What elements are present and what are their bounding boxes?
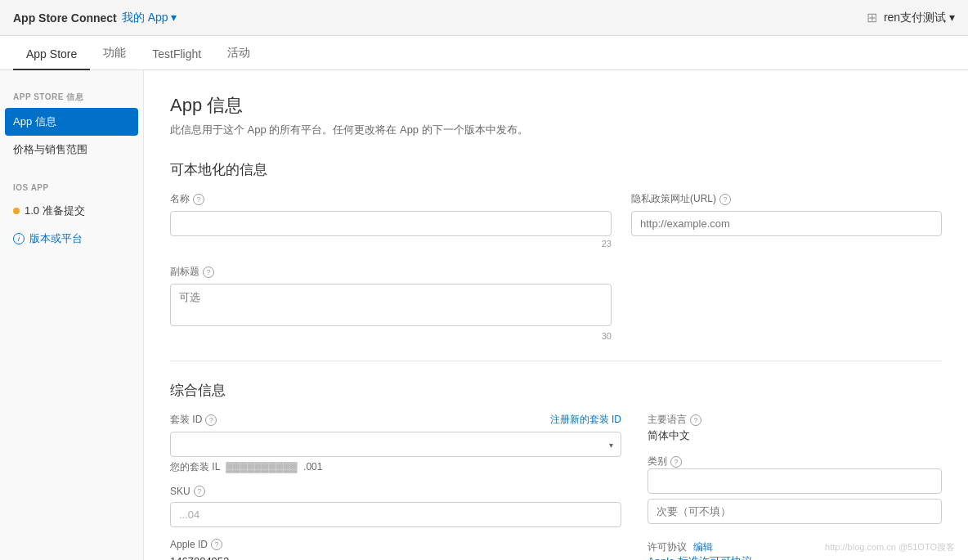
category-secondary-input[interactable]	[648, 499, 942, 524]
bundle-id-label: 套装 ID ?	[170, 413, 217, 427]
sku-input[interactable]	[170, 502, 621, 527]
register-bundle-link[interactable]: 注册新的套装 ID	[550, 413, 621, 427]
sidebar-section-1-label: APP STORE 信息	[0, 83, 143, 108]
apple-license-link[interactable]: Apple 标准许可可协议	[648, 555, 752, 560]
section-divider-1	[170, 361, 942, 361]
apple-id-value: 1467884952	[170, 555, 621, 560]
privacy-group: 隐私政策网址(URL) ?	[631, 192, 942, 249]
page-title: App 信息	[170, 93, 942, 118]
general-left-col: 套装 ID ? 注册新的套装 ID ▾ 您的套装 IL ▓▓▓▓▓▓▓▓	[170, 413, 621, 560]
primary-lang-help-icon[interactable]: ?	[690, 414, 701, 426]
sidebar-item-app-info[interactable]: App 信息	[5, 108, 138, 136]
name-input[interactable]: ren支付测试	[170, 211, 612, 236]
sidebar-version-platform[interactable]: i 版本或平台	[0, 225, 143, 253]
privacy-input[interactable]	[631, 211, 942, 236]
tab-activity[interactable]: 活动	[214, 46, 263, 70]
sidebar-item-prepare[interactable]: 1.0 准备提交	[0, 197, 143, 225]
top-nav: App Store Connect 我的 App ▾ ⊞ ren支付测试 ▾	[0, 0, 968, 36]
brand-name: App Store Connect	[13, 11, 117, 25]
my-app-link[interactable]: 我的 App ▾	[122, 11, 177, 25]
privacy-help-icon[interactable]: ?	[719, 194, 731, 205]
subtitle-group: 副标题 ? 30	[170, 265, 612, 341]
subtitle-row: 副标题 ? 30	[170, 265, 942, 341]
page-subtitle: 此信息用于这个 App 的所有平台。任何更改将在 App 的下一个版本中发布。	[170, 123, 942, 137]
bundle-placeholder: ▓▓▓▓▓▓▓▓▓▓	[226, 461, 297, 473]
name-input-wrapper: ren支付测试	[170, 211, 612, 236]
main-content: App 信息 此信息用于这个 App 的所有平台。任何更改将在 App 的下一个…	[144, 70, 968, 560]
tab-app-store[interactable]: App Store	[13, 47, 90, 70]
general-section-title: 综合信息	[170, 381, 942, 400]
name-privacy-row: 名称 ? ren支付测试 23 隐私政策网址(URL) ?	[170, 192, 942, 249]
subtitle-input[interactable]	[170, 284, 612, 326]
sku-label: SKU ?	[170, 486, 621, 497]
sidebar-item-pricing[interactable]: 价格与销售范围	[0, 136, 143, 164]
bundle-select-wrapper: ▾	[170, 432, 621, 457]
bundle-select[interactable]	[170, 432, 621, 457]
category-label: 类别 ?	[648, 455, 942, 468]
dot-yellow-icon	[13, 208, 20, 214]
top-nav-right: ⊞ ren支付测试 ▾	[867, 10, 955, 25]
subtitle-right-placeholder	[631, 265, 942, 341]
watermark: http://blog.com.cn @51OTO搜客	[825, 541, 955, 553]
subtitle-help-icon[interactable]: ?	[203, 267, 214, 278]
tab-testflight[interactable]: TestFlight	[139, 47, 214, 70]
grid-icon: ⊞	[867, 10, 877, 25]
bundle-id-label-row: 套装 ID ? 注册新的套装 ID	[170, 413, 621, 427]
localizable-section-title: 可本地化的信息	[170, 160, 942, 179]
name-group: 名称 ? ren支付测试 23	[170, 192, 612, 249]
app-name-display[interactable]: ren支付测试 ▾	[884, 11, 955, 25]
subtitle-char-count: 30	[170, 331, 612, 341]
sku-help-icon[interactable]: ?	[194, 486, 205, 497]
apple-id-group: Apple ID ? 1467884952	[170, 539, 621, 560]
bundle-detail-text: 您的套装 IL ▓▓▓▓▓▓▓▓▓▓ .001	[170, 460, 621, 474]
license-edit-link[interactable]: 编辑	[693, 540, 713, 554]
apple-id-label: Apple ID ?	[170, 539, 621, 550]
name-help-icon[interactable]: ?	[193, 194, 204, 205]
category-help-icon[interactable]: ?	[670, 456, 682, 468]
tab-nav: App Store 功能 TestFlight 活动	[0, 36, 968, 70]
name-label: 名称 ?	[170, 192, 612, 206]
sku-group: SKU ?	[170, 486, 621, 527]
name-char-count: 23	[170, 239, 612, 249]
general-right-col: 主要语言 ? 简体中文 类别 ? 主要 许可协议 编辑 Apple 标准许可可协…	[648, 413, 942, 560]
top-nav-left: App Store Connect 我的 App ▾	[13, 11, 177, 25]
category-primary-input[interactable]: 主要	[648, 468, 942, 494]
apple-id-help-icon[interactable]: ?	[211, 539, 222, 550]
bundle-help-icon[interactable]: ?	[205, 414, 217, 426]
info-icon: i	[13, 233, 25, 244]
subtitle-input-wrapper	[170, 284, 612, 329]
privacy-label: 隐私政策网址(URL) ?	[631, 192, 942, 206]
layout: APP STORE 信息 App 信息 价格与销售范围 IOS APP 1.0 …	[0, 70, 968, 560]
tab-features[interactable]: 功能	[90, 46, 139, 70]
sidebar: APP STORE 信息 App 信息 价格与销售范围 IOS APP 1.0 …	[0, 70, 144, 560]
primary-language-value: 简体中文	[648, 428, 942, 443]
primary-language-label: 主要语言 ?	[648, 413, 942, 427]
general-two-col: 套装 ID ? 注册新的套装 ID ▾ 您的套装 IL ▓▓▓▓▓▓▓▓	[170, 413, 942, 560]
subtitle-label: 副标题 ?	[170, 265, 612, 279]
bundle-select-wrapper-outer: ▾	[170, 432, 621, 457]
sidebar-section-2-label: IOS APP	[0, 175, 143, 197]
